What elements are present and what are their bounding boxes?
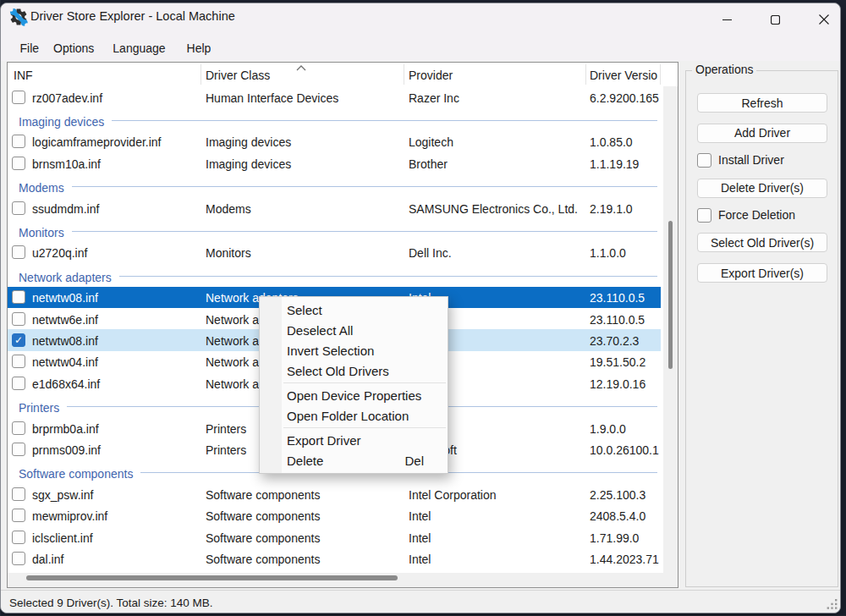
force-deletion-checkbox[interactable]: Force Deletion [697, 208, 795, 223]
select-old-driver-s-button[interactable]: Select Old Driver(s) [697, 233, 827, 252]
menubar-item-file[interactable]: File [13, 38, 47, 58]
cell-inf: iclsclient.inf [32, 526, 200, 547]
status-text: Selected 9 Driver(s). Total size: 140 MB… [9, 597, 213, 609]
install-driver-checkbox-box[interactable] [697, 153, 711, 168]
table-row[interactable]: sgx_psw.infSoftware componentsIntel Corp… [8, 483, 661, 504]
context-menu-item-invert-selection[interactable]: Invert Selection [260, 340, 448, 360]
context-menu-item-label: Deselect All [287, 323, 448, 338]
cell-inf: e1d68x64.inf [32, 372, 200, 393]
row-checkbox[interactable] [12, 531, 25, 544]
group-header-line [112, 120, 657, 121]
column-header-driver-version[interactable]: Driver Versio [590, 63, 657, 86]
row-checkbox[interactable] [12, 552, 25, 565]
column-header-driver-class[interactable]: Driver Class [206, 63, 270, 86]
cell-driver-version: 1.9.0.0 [590, 417, 661, 438]
cell-driver-version: 23.70.2.3 [590, 329, 661, 350]
context-menu-item-open-device-properties[interactable]: Open Device Properties [260, 385, 448, 405]
cell-driver-version: 1.0.85.0 [590, 131, 661, 152]
group-header-label: Software components [19, 467, 133, 481]
export-driver-s-button[interactable]: Export Driver(s) [697, 263, 827, 283]
minimize-button[interactable] [703, 3, 751, 36]
context-menu-item-select-old-drivers[interactable]: Select Old Drivers [260, 360, 448, 381]
context-menu-separator [283, 427, 446, 428]
group-header-label: Printers [19, 401, 59, 415]
cell-provider: Dell Inc. [409, 242, 586, 263]
close-button[interactable] [799, 3, 841, 36]
horizontal-scrollbar-thumb[interactable] [26, 575, 398, 580]
context-menu-item-deselect-all[interactable]: Deselect All [260, 320, 448, 340]
table-row[interactable]: iclsclient.infSoftware componentsIntel1.… [8, 526, 661, 547]
resize-grip[interactable] [827, 598, 838, 610]
table-row[interactable]: rz007adev.infHuman Interface DevicesRaze… [8, 86, 661, 107]
row-checkbox[interactable] [12, 135, 25, 148]
menubar-item-options[interactable]: Options [47, 38, 102, 58]
context-menu-item-select[interactable]: Select [260, 300, 448, 320]
row-checkbox[interactable] [12, 355, 25, 368]
vertical-scrollbar[interactable] [663, 86, 678, 573]
install-driver-checkbox[interactable]: Install Driver [697, 153, 784, 168]
table-row[interactable]: mewmiprov.infSoftware componentsIntel240… [8, 505, 661, 526]
context-menu-item-export-driver[interactable]: Export Driver [260, 430, 448, 450]
group-header-label: Network adapters [19, 271, 112, 284]
row-checkbox[interactable] [12, 245, 25, 259]
column-header-inf[interactable]: INF [14, 63, 33, 86]
minimize-icon [722, 15, 732, 25]
sort-ascending-icon [295, 64, 307, 71]
column-separator [585, 64, 586, 85]
row-checkbox[interactable] [12, 443, 25, 456]
cell-driver-version: 1.71.99.0 [590, 526, 661, 547]
cell-provider: SAMSUNG Electronics Co., Ltd. [409, 197, 586, 218]
group-header-line [72, 231, 657, 232]
table-row[interactable]: brnsm10a.infImaging devicesBrother1.1.19… [8, 152, 661, 173]
cell-driver-version: 1.1.19.19 [590, 152, 661, 173]
column-separator [660, 64, 661, 85]
install-driver-checkbox-label: Install Driver [718, 153, 784, 167]
table-row[interactable]: logicamframeprovider.infImaging devicesL… [8, 131, 661, 152]
row-checkbox[interactable] [12, 312, 25, 326]
column-header-provider[interactable]: Provider [409, 63, 453, 86]
row-checkbox-checked[interactable]: ✓ [12, 333, 25, 347]
row-checkbox[interactable] [12, 487, 25, 501]
app-icon [8, 7, 26, 25]
menubar-item-help[interactable]: Help [179, 38, 218, 58]
context-menu-item-open-folder-location[interactable]: Open Folder Location [260, 405, 448, 426]
table-row[interactable]: ssudmdm.infModemsSAMSUNG Electronics Co.… [8, 197, 661, 218]
cell-driver-version: 12.19.0.16 [590, 372, 661, 393]
group-header-line [72, 186, 657, 187]
row-checkbox[interactable] [12, 290, 25, 304]
cell-driver-version: 1.44.2023.71 [590, 547, 661, 569]
vertical-scrollbar-thumb[interactable] [668, 221, 673, 369]
context-menu-item-shortcut: Del [404, 454, 424, 468]
cell-inf: logicamframeprovider.inf [32, 131, 200, 152]
cell-driver-version: 2.19.1.0 [590, 197, 661, 218]
cell-driver-version: 2.25.100.3 [590, 483, 661, 504]
cell-provider: Intel [409, 547, 586, 569]
add-driver-button[interactable]: Add Driver [697, 124, 827, 143]
row-checkbox[interactable] [12, 421, 25, 435]
menubar-item-language[interactable]: Language [106, 38, 173, 58]
group-header-label: Modems [19, 181, 64, 195]
context-menu-item-delete[interactable]: DeleteDel [260, 450, 448, 470]
cell-inf: ssudmdm.inf [32, 197, 200, 218]
table-row[interactable]: dal.infSoftware componentsIntel1.44.2023… [8, 547, 661, 569]
maximize-button[interactable] [751, 3, 799, 36]
horizontal-scrollbar[interactable] [8, 573, 663, 587]
cell-inf: dal.inf [32, 547, 200, 569]
row-checkbox[interactable] [12, 157, 25, 170]
context-menu-item-label: Select Old Drivers [287, 364, 448, 378]
cell-provider: Intel [409, 526, 586, 547]
app-window: Driver Store Explorer - Local Machine Fi… [0, 3, 841, 613]
group-header-row: Network adapters [8, 263, 661, 286]
row-checkbox[interactable] [12, 201, 25, 215]
delete-driver-s-button[interactable]: Delete Driver(s) [697, 179, 827, 198]
cell-driver-version: 6.2.9200.165 [590, 86, 661, 107]
cell-driver-class: Modems [206, 197, 404, 218]
row-checkbox[interactable] [12, 509, 25, 522]
row-checkbox[interactable] [12, 91, 25, 104]
row-checkbox[interactable] [12, 377, 25, 390]
cell-inf: netwtw08.inf [32, 329, 200, 350]
refresh-button[interactable]: Refresh [697, 93, 827, 113]
table-row[interactable]: u2720q.infMonitorsDell Inc.1.1.0.0 [8, 242, 661, 263]
force-deletion-checkbox-box[interactable] [697, 208, 711, 223]
cell-driver-version: 23.110.0.5 [590, 287, 661, 308]
